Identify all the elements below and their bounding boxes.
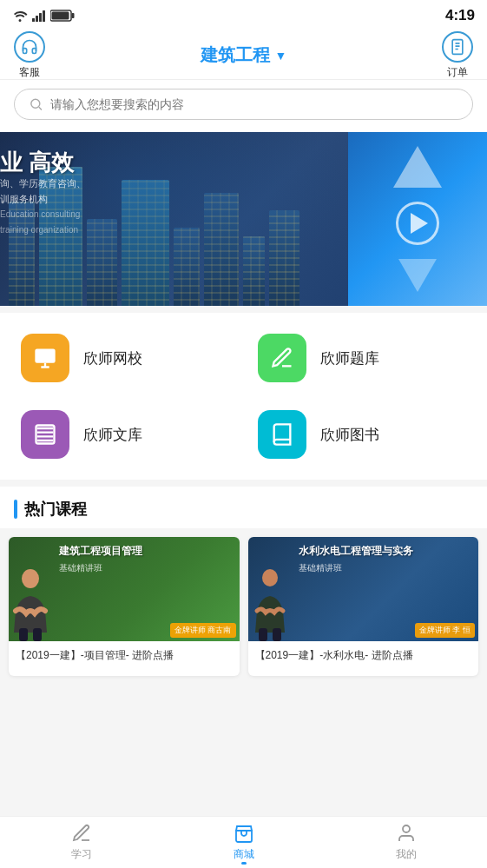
bottom-nav-shop[interactable]: 商城 xyxy=(162,817,325,868)
course-badge-1: 金牌讲师 商古南 xyxy=(170,623,236,638)
svg-rect-16 xyxy=(273,628,281,641)
search-icon xyxy=(29,96,43,112)
menu-item-tushu[interactable]: 欣师图书 xyxy=(251,403,474,466)
course-info-overlay-2: 水利水电工程管理与实务 基础精讲班 xyxy=(292,537,479,581)
mine-nav-label: 我的 xyxy=(396,847,417,862)
top-nav: 客服 建筑工程 ▼ 订单 xyxy=(0,31,487,80)
svg-point-11 xyxy=(22,569,39,588)
hot-courses-header: 热门课程 xyxy=(0,487,487,528)
mine-icon xyxy=(396,823,417,844)
menu-item-tiku[interactable]: 欣师题库 xyxy=(251,327,474,389)
section-accent-bar xyxy=(14,500,17,519)
course-badge-2: 金牌讲师 李 恒 xyxy=(415,623,475,638)
svg-rect-9 xyxy=(35,349,55,363)
svg-point-17 xyxy=(403,825,410,832)
search-bar[interactable] xyxy=(14,89,473,120)
search-section xyxy=(0,80,487,132)
nav-title-text: 建筑工程 xyxy=(201,43,270,67)
banner-headline: 业 高效 xyxy=(0,149,86,176)
orders-button[interactable]: 订单 xyxy=(442,31,473,80)
banner-text: 业 高效 询、学历教育咨询、训服务机构Education consultingt… xyxy=(0,149,86,238)
triangle-down-decoration xyxy=(398,259,437,292)
customer-service-button[interactable]: 客服 xyxy=(14,31,45,80)
battery-icon xyxy=(50,10,75,22)
shop-icon xyxy=(234,823,254,844)
play-icon xyxy=(411,213,428,234)
book-icon xyxy=(270,422,294,447)
person-silhouette-1 xyxy=(9,563,52,641)
course-label-1: 【2019一建】-项目管理- 进阶点播 xyxy=(9,641,240,676)
orders-icon xyxy=(449,38,466,56)
svg-rect-6 xyxy=(52,12,69,20)
person-silhouette-2 xyxy=(248,563,292,641)
customer-service-label: 客服 xyxy=(19,65,40,80)
wangxiao-icon xyxy=(21,334,69,382)
course-subtitle-2: 基础精讲班 xyxy=(299,562,472,574)
headset-icon xyxy=(21,38,38,56)
monitor-icon xyxy=(33,346,57,370)
svg-rect-13 xyxy=(33,628,42,641)
tiku-label: 欣师题库 xyxy=(320,348,379,368)
svg-rect-0 xyxy=(32,18,35,22)
menu-item-wangxiao[interactable]: 欣师网校 xyxy=(14,327,237,389)
shop-nav-label: 商城 xyxy=(234,847,254,862)
svg-rect-2 xyxy=(39,13,42,22)
status-left xyxy=(12,10,75,22)
svg-rect-3 xyxy=(43,10,45,22)
course-thumb-1: 建筑工程项目管理 基础精讲班 金牌讲师 商古南 xyxy=(9,537,240,641)
course-title-2: 水利水电工程管理与实务 xyxy=(299,544,472,559)
menu-grid: 欣师网校 欣师题库 欣师文库 欣师图书 xyxy=(0,313,487,480)
customer-service-icon-wrapper xyxy=(14,31,45,63)
course-label-2: 【2019一建】-水利水电- 进阶点播 xyxy=(248,641,479,676)
shop-active-indicator xyxy=(241,862,247,865)
nav-title-section[interactable]: 建筑工程 ▼ xyxy=(201,43,287,67)
study-nav-label: 学习 xyxy=(71,847,92,862)
library-icon xyxy=(33,422,57,447)
course-card-2[interactable]: 水利水电工程管理与实务 基础精讲班 金牌讲师 李 恒 【2019一建】-水利水电… xyxy=(248,537,479,676)
banner-left: 业 高效 询、学历教育咨询、训服务机构Education consultingt… xyxy=(0,132,348,306)
course-title-1: 建筑工程项目管理 xyxy=(59,544,233,559)
triangle-up-decoration xyxy=(393,146,442,188)
banner: 业 高效 询、学历教育咨询、训服务机构Education consultingt… xyxy=(0,132,487,306)
wangxiao-label: 欣师网校 xyxy=(83,348,142,368)
tushu-icon xyxy=(258,410,306,459)
svg-rect-12 xyxy=(19,628,28,641)
tiku-icon xyxy=(258,334,306,382)
signal-icon xyxy=(32,10,46,22)
svg-rect-15 xyxy=(259,628,267,641)
tushu-label: 欣师图书 xyxy=(320,425,379,445)
study-icon xyxy=(71,823,92,844)
status-time: 4:19 xyxy=(445,7,475,24)
svg-point-14 xyxy=(262,569,278,586)
orders-label: 订单 xyxy=(447,65,468,80)
play-button[interactable] xyxy=(396,202,439,245)
status-bar: 4:19 xyxy=(0,0,487,31)
pencil-icon xyxy=(270,346,294,370)
course-subtitle-1: 基础精讲班 xyxy=(59,562,233,574)
banner-subtext: 询、学历教育咨询、训服务机构Education consultingtraini… xyxy=(0,176,86,237)
course-person-2 xyxy=(248,563,292,641)
orders-icon-wrapper xyxy=(442,31,473,63)
courses-grid: 建筑工程项目管理 基础精讲班 金牌讲师 商古南 【2019一建】-项目管理- 进… xyxy=(0,528,487,685)
course-info-overlay-1: 建筑工程项目管理 基础精讲班 xyxy=(52,537,240,581)
course-card-1[interactable]: 建筑工程项目管理 基础精讲班 金牌讲师 商古南 【2019一建】-项目管理- 进… xyxy=(9,537,240,676)
banner-right xyxy=(348,132,487,306)
hot-courses-title: 热门课程 xyxy=(24,499,87,520)
svg-rect-5 xyxy=(72,13,75,18)
nav-title-arrow-icon: ▼ xyxy=(275,49,287,63)
course-thumb-2: 水利水电工程管理与实务 基础精讲班 金牌讲师 李 恒 xyxy=(248,537,479,641)
menu-item-wenku[interactable]: 欣师文库 xyxy=(14,403,237,466)
svg-rect-1 xyxy=(36,16,38,22)
wenku-label: 欣师文库 xyxy=(83,425,142,445)
bottom-nav-mine[interactable]: 我的 xyxy=(325,817,487,868)
wenku-icon xyxy=(21,410,69,459)
course-person-1 xyxy=(9,563,52,641)
bottom-nav-study[interactable]: 学习 xyxy=(0,817,162,868)
wifi-icon xyxy=(12,10,28,22)
search-input[interactable] xyxy=(50,97,458,111)
bottom-nav: 学习 商城 我的 xyxy=(0,816,487,868)
svg-point-8 xyxy=(31,99,40,108)
